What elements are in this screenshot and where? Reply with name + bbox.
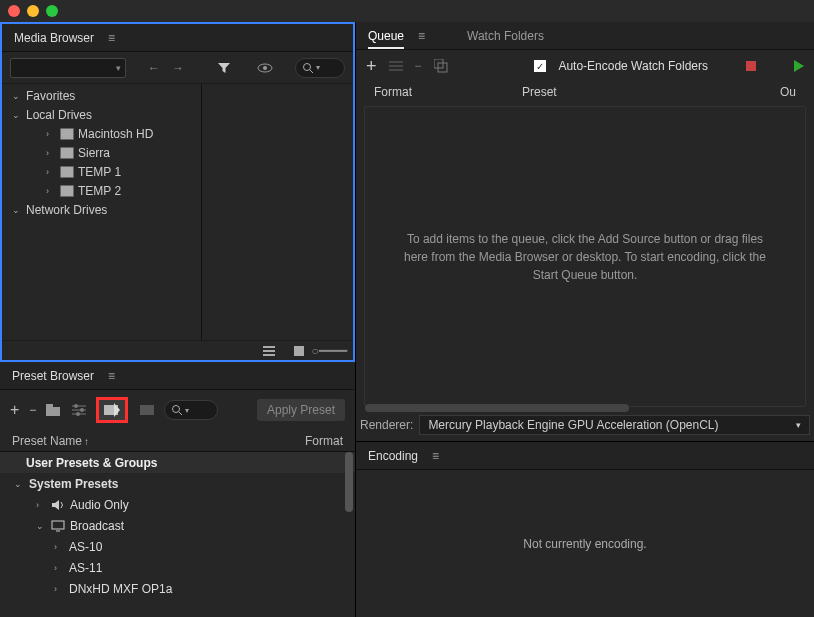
chevron-right-icon: › xyxy=(46,167,56,177)
preset-settings-icon[interactable] xyxy=(72,404,86,416)
row-label: Audio Only xyxy=(70,498,129,512)
renderer-row: Renderer: Mercury Playback Engine GPU Ac… xyxy=(356,415,814,441)
media-tree: ⌄ Favorites ⌄ Local Drives › Macintosh H… xyxy=(2,84,202,340)
tree-label: Macintosh HD xyxy=(78,127,153,141)
preset-item[interactable]: › AS-11 xyxy=(0,557,355,578)
queue-h-scrollbar[interactable] xyxy=(365,404,805,412)
queue-settings-icon[interactable] xyxy=(389,60,403,72)
nav-forward-icon[interactable]: → xyxy=(169,58,187,78)
filter-icon[interactable] xyxy=(215,58,233,78)
media-browser-tab[interactable]: Media Browser xyxy=(14,31,94,45)
queue-panel: Queue ≡ Watch Folders + − ✓ Auto-Encode … xyxy=(356,22,814,442)
auto-encode-checkbox[interactable]: ✓ xyxy=(534,60,546,72)
col-format[interactable]: Format xyxy=(374,85,412,99)
row-label: User Presets & Groups xyxy=(26,456,157,470)
watch-folders-tab[interactable]: Watch Folders xyxy=(467,29,544,43)
svg-rect-8 xyxy=(46,407,60,416)
new-group-icon[interactable] xyxy=(46,404,62,416)
tree-network-drives[interactable]: ⌄ Network Drives xyxy=(2,200,201,219)
stop-queue-icon[interactable] xyxy=(746,61,756,71)
queue-drop-zone[interactable]: To add items to the queue, click the Add… xyxy=(364,106,806,407)
col-format[interactable]: Format xyxy=(305,434,343,448)
svg-rect-7 xyxy=(294,346,304,356)
panel-menu-icon[interactable]: ≡ xyxy=(432,449,439,463)
system-presets-row[interactable]: ⌄ System Presets xyxy=(0,473,355,494)
monitor-icon xyxy=(51,520,65,532)
export-preset-icon[interactable] xyxy=(138,404,154,416)
list-view-icon[interactable] xyxy=(259,341,279,361)
renderer-label: Renderer: xyxy=(360,418,413,432)
chevron-down-icon: ⌄ xyxy=(12,110,22,120)
tree-drive-item[interactable]: › Sierra xyxy=(2,143,201,162)
queue-tab[interactable]: Queue xyxy=(368,29,404,49)
svg-point-18 xyxy=(173,406,180,413)
thumbnail-view-icon[interactable] xyxy=(289,341,309,361)
window-close-button[interactable] xyxy=(8,5,20,17)
chevron-right-icon: › xyxy=(46,148,56,158)
queue-toolbar: + − ✓ Auto-Encode Watch Folders xyxy=(356,50,814,82)
preset-group-broadcast[interactable]: ⌄ Broadcast xyxy=(0,515,355,536)
preset-item[interactable]: › DNxHD MXF OP1a xyxy=(0,578,355,599)
queue-header: Queue ≡ Watch Folders xyxy=(356,22,814,50)
drive-icon xyxy=(60,128,74,140)
tree-label: TEMP 1 xyxy=(78,165,121,179)
window-zoom-button[interactable] xyxy=(46,5,58,17)
drive-icon xyxy=(60,166,74,178)
renderer-dropdown[interactable]: Mercury Playback Engine GPU Acceleration… xyxy=(419,415,810,435)
col-preset-name[interactable]: Preset Name xyxy=(12,434,89,448)
zoom-slider[interactable]: ○━━━━ xyxy=(319,341,339,361)
add-preset-icon[interactable]: + xyxy=(10,401,19,419)
svg-point-15 xyxy=(76,412,80,416)
remove-preset-icon[interactable]: − xyxy=(29,403,36,417)
preset-column-headers: Preset Name Format xyxy=(0,430,355,452)
media-browser-panel: Media Browser ≡ ▾ ← → ▾ xyxy=(0,22,355,362)
col-output[interactable]: Ou xyxy=(780,85,796,99)
chevron-right-icon: › xyxy=(46,129,56,139)
window-minimize-button[interactable] xyxy=(27,5,39,17)
nav-back-icon[interactable]: ← xyxy=(145,58,163,78)
panel-menu-icon[interactable]: ≡ xyxy=(108,31,115,45)
tree-drive-item[interactable]: › TEMP 2 xyxy=(2,181,201,200)
svg-point-1 xyxy=(263,66,267,70)
tree-drive-item[interactable]: › TEMP 1 xyxy=(2,162,201,181)
row-label: Broadcast xyxy=(70,519,124,533)
media-search-input[interactable]: ▾ xyxy=(295,58,345,78)
start-queue-icon[interactable] xyxy=(794,60,804,72)
preset-scrollbar[interactable] xyxy=(345,452,353,512)
media-content-area xyxy=(202,84,353,340)
tree-label: TEMP 2 xyxy=(78,184,121,198)
import-preset-icon[interactable] xyxy=(96,397,128,423)
queue-empty-text: To add items to the queue, click the Add… xyxy=(395,230,775,284)
row-label: System Presets xyxy=(29,477,118,491)
left-column: Media Browser ≡ ▾ ← → ▾ xyxy=(0,22,355,617)
chevron-right-icon: › xyxy=(36,500,46,510)
media-browser-header: Media Browser ≡ xyxy=(2,24,353,52)
preset-group-audio[interactable]: › Audio Only xyxy=(0,494,355,515)
encoding-tab[interactable]: Encoding xyxy=(368,449,418,463)
svg-rect-17 xyxy=(140,405,154,415)
svg-rect-4 xyxy=(263,346,275,348)
tree-local-drives[interactable]: ⌄ Local Drives xyxy=(2,105,201,124)
panel-menu-icon[interactable]: ≡ xyxy=(418,29,425,43)
svg-line-3 xyxy=(310,70,313,73)
media-path-dropdown[interactable]: ▾ xyxy=(10,58,126,78)
col-preset[interactable]: Preset xyxy=(522,85,557,99)
remove-item-icon[interactable]: − xyxy=(415,59,422,73)
svg-rect-9 xyxy=(46,404,53,408)
preset-browser-tab[interactable]: Preset Browser xyxy=(12,369,94,383)
user-presets-header[interactable]: User Presets & Groups xyxy=(0,452,355,473)
panel-menu-icon[interactable]: ≡ xyxy=(108,369,115,383)
preset-browser-header: Preset Browser ≡ xyxy=(0,362,355,390)
preset-search-input[interactable]: ▾ xyxy=(164,400,218,420)
tree-favorites[interactable]: ⌄ Favorites xyxy=(2,86,201,105)
preset-item[interactable]: › AS-10 xyxy=(0,536,355,557)
chevron-down-icon: ▾ xyxy=(796,420,801,430)
tree-drive-item[interactable]: › Macintosh HD xyxy=(2,124,201,143)
svg-rect-20 xyxy=(52,521,64,529)
duplicate-icon[interactable] xyxy=(434,59,448,73)
add-source-icon[interactable]: + xyxy=(366,56,377,77)
tree-label: Favorites xyxy=(26,89,75,103)
ingest-icon[interactable] xyxy=(256,58,274,78)
window-titlebar xyxy=(0,0,814,22)
apply-preset-button[interactable]: Apply Preset xyxy=(257,399,345,421)
